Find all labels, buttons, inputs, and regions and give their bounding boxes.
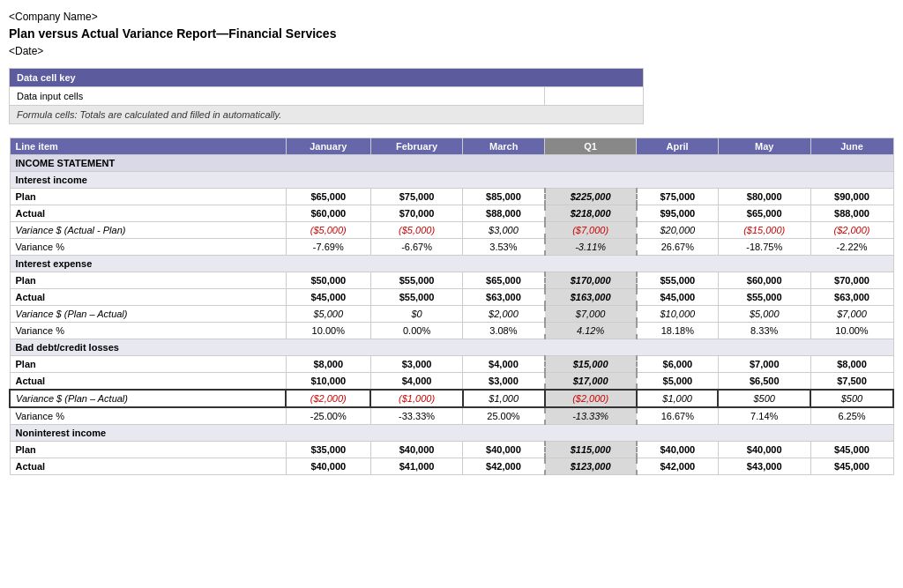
col-header-apr: April: [637, 138, 719, 155]
col-header-mar: March: [463, 138, 545, 155]
table-row: Actual$45,000$55,000$63,000$163,000$45,0…: [10, 289, 893, 306]
table-row: Variance %-25.00%-33.33%25.00%-13.33%16.…: [10, 407, 893, 425]
table-row: Actual$40,000$41,000$42,000$123,000$42,0…: [10, 458, 893, 475]
col-header-jan: January: [286, 138, 370, 155]
data-key-section: Data cell key Data input cells Formula c…: [9, 68, 644, 124]
report-header: <Company Name> Plan versus Actual Varian…: [9, 9, 894, 59]
report-date: <Date>: [9, 43, 894, 59]
col-header-q1: Q1: [545, 138, 637, 155]
report-title: Plan versus Actual Variance Report—Finan…: [9, 25, 894, 43]
report-table: Line item January February March Q1 Apri…: [9, 138, 894, 475]
key-header: Data cell key: [10, 69, 644, 87]
subsection-bad-debt/credit-losses: Bad debt/credit losses: [10, 339, 893, 356]
col-header-jun: June: [810, 138, 893, 155]
table-row: Plan$35,000$40,000$40,000$115,000$40,000…: [10, 442, 893, 458]
company-name: <Company Name>: [9, 9, 894, 25]
col-header-may: May: [718, 138, 810, 155]
key-table: Data cell key Data input cells Formula c…: [9, 68, 644, 124]
table-row: Plan$8,000$3,000$4,000$15,000$6,000$7,00…: [10, 356, 893, 373]
section-income-statement: INCOME STATEMENT: [10, 155, 893, 172]
table-row: Actual$60,000$70,000$88,000$218,000$95,0…: [10, 205, 893, 222]
key-input-label: Data input cells: [10, 87, 545, 106]
subsection-interest-income: Interest income: [10, 172, 893, 189]
table-row: Actual$10,000$4,000$3,000$17,000$5,000$6…: [10, 373, 893, 391]
subsection-interest-expense: Interest expense: [10, 256, 893, 272]
table-row: Variance %10.00%0.00%3.08%4.12%18.18%8.3…: [10, 323, 893, 339]
table-header-row: Line item January February March Q1 Apri…: [10, 138, 893, 155]
key-input-box: [545, 87, 644, 106]
table-row: Variance $ (Plan – Actual)($2,000)($1,00…: [10, 390, 893, 407]
table-row: Variance %-7.69%-6.67%3.53%-3.11%26.67%-…: [10, 239, 893, 256]
col-header-lineitem: Line item: [10, 138, 286, 155]
col-header-feb: February: [370, 138, 463, 155]
subsection-noninterest-income: Noninterest income: [10, 425, 893, 442]
key-formula-label: Formula cells: Totals are calculated and…: [10, 106, 644, 124]
table-row: Plan$65,000$75,000$85,000$225,000$75,000…: [10, 189, 893, 205]
table-row: Variance $ (Actual - Plan)($5,000)($5,00…: [10, 222, 893, 239]
table-row: Plan$50,000$55,000$65,000$170,000$55,000…: [10, 272, 893, 289]
table-row: Variance $ (Plan – Actual)$5,000$0$2,000…: [10, 306, 893, 323]
